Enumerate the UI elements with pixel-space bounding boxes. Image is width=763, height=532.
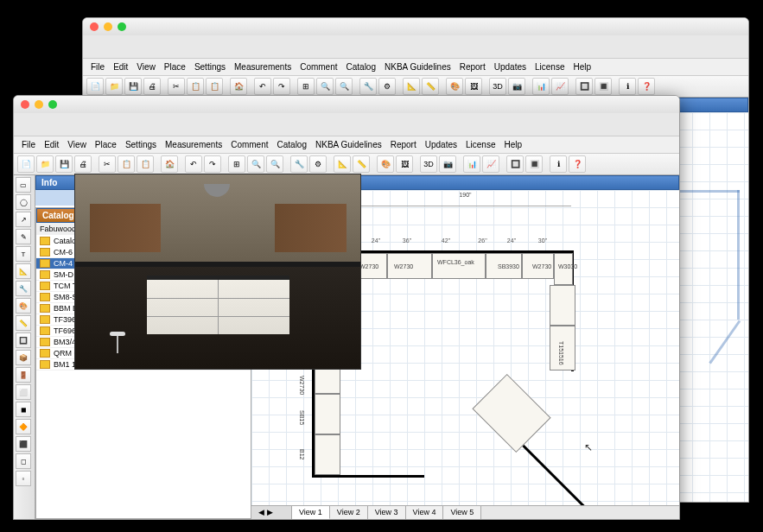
view-tab[interactable]: View 1 — [292, 506, 330, 519]
toolbar-btn-9[interactable]: 🏠 — [230, 78, 247, 95]
toolbar-btn-15[interactable]: 🔍 — [247, 155, 264, 173]
view-tab[interactable]: View 4 — [406, 506, 444, 519]
toolbar-btn-21[interactable]: 📐 — [334, 155, 351, 173]
tool-btn-14[interactable]: 🔶 — [16, 419, 31, 434]
menu-report[interactable]: Report — [388, 139, 419, 150]
toolbar-btn-30[interactable]: 📊 — [532, 78, 550, 95]
tool-btn-7[interactable]: 🎨 — [16, 298, 31, 314]
tool-btn-4[interactable]: T — [16, 246, 31, 262]
toolbar-btn-1[interactable]: 📁 — [36, 155, 54, 173]
toolbar-btn-3[interactable]: 🖨 — [143, 78, 161, 95]
tool-btn-10[interactable]: 📦 — [16, 350, 31, 365]
toolbar-btn-19[interactable]: ⚙ — [309, 155, 327, 173]
toolbar-btn-28[interactable]: 📷 — [439, 155, 456, 173]
menu-updates[interactable]: Updates — [492, 61, 529, 73]
toolbar-btn-14[interactable]: ⊞ — [297, 78, 315, 95]
toolbar-btn-24[interactable]: 🎨 — [446, 78, 463, 95]
toolbar-btn-0[interactable]: 📄 — [86, 78, 104, 95]
menu-settings[interactable]: Settings — [192, 61, 228, 73]
menu-comment[interactable]: Comment — [297, 61, 340, 73]
toolbar-btn-18[interactable]: 🔧 — [359, 78, 377, 95]
toolbar-btn-21[interactable]: 📐 — [403, 78, 420, 95]
toolbar-btn-33[interactable]: 🔲 — [575, 78, 593, 95]
toolbar-btn-7[interactable]: 📋 — [206, 78, 223, 95]
menu-edit[interactable]: Edit — [41, 139, 61, 150]
view-tab[interactable]: View 2 — [330, 506, 368, 519]
toolbar-btn-11[interactable]: ↶ — [254, 78, 271, 95]
tool-btn-8[interactable]: 📏 — [16, 315, 31, 331]
toolbar-btn-34[interactable]: 🔳 — [595, 78, 612, 95]
menu-settings[interactable]: Settings — [123, 139, 159, 150]
toolbar-btn-11[interactable]: ↶ — [185, 155, 202, 173]
toolbar-btn-7[interactable]: 📋 — [137, 155, 154, 173]
cabinet-sink[interactable] — [432, 253, 486, 279]
tool-btn-15[interactable]: ⬛ — [16, 436, 31, 452]
minimize-icon[interactable] — [35, 100, 43, 109]
toolbar-btn-5[interactable]: ✂ — [99, 155, 116, 173]
toolbar-btn-27[interactable]: 3D — [489, 78, 506, 95]
tool-btn-16[interactable]: ◻ — [16, 453, 31, 469]
menu-view[interactable]: View — [134, 61, 158, 73]
menu-report[interactable]: Report — [457, 61, 488, 73]
toolbar-btn-25[interactable]: 🖼 — [396, 155, 413, 173]
menu-place[interactable]: Place — [92, 139, 119, 150]
toolbar-btn-37[interactable]: ❓ — [569, 155, 586, 173]
menu-license[interactable]: License — [463, 139, 498, 150]
toolbar-btn-14[interactable]: ⊞ — [228, 155, 245, 173]
toolbar-btn-34[interactable]: 🔳 — [525, 155, 543, 173]
maximize-icon[interactable] — [48, 100, 57, 109]
menu-measurements[interactable]: Measurements — [232, 61, 294, 73]
tool-btn-9[interactable]: 🔲 — [16, 332, 31, 348]
toolbar-btn-31[interactable]: 📈 — [482, 155, 499, 173]
toolbar-btn-22[interactable]: 📏 — [422, 78, 439, 95]
toolbar-btn-2[interactable]: 💾 — [55, 155, 73, 173]
toolbar-btn-22[interactable]: 📏 — [353, 155, 370, 173]
minimize-icon[interactable] — [104, 22, 112, 31]
menu-measurements[interactable]: Measurements — [162, 139, 225, 150]
toolbar-btn-6[interactable]: 📋 — [118, 155, 135, 173]
tool-btn-5[interactable]: 📐 — [16, 263, 31, 279]
toolbar-btn-6[interactable]: 📋 — [187, 78, 204, 95]
toolbar-btn-5[interactable]: ✂ — [168, 78, 185, 95]
close-icon[interactable] — [90, 22, 99, 31]
tool-btn-13[interactable]: ◼ — [16, 402, 31, 417]
cabinet[interactable] — [315, 394, 340, 434]
toolbar-btn-24[interactable]: 🎨 — [377, 155, 394, 173]
menu-view[interactable]: View — [65, 139, 89, 150]
menu-catalog[interactable]: Catalog — [344, 61, 378, 73]
view-tab[interactable]: View 3 — [368, 506, 406, 519]
menu-file[interactable]: File — [88, 61, 107, 73]
tool-btn-17[interactable]: ▫ — [16, 471, 31, 486]
toolbar-btn-19[interactable]: ⚙ — [378, 78, 396, 95]
tool-btn-12[interactable]: ⬜ — [16, 384, 31, 400]
view-tab[interactable]: View 5 — [443, 506, 481, 519]
close-icon[interactable] — [21, 100, 29, 109]
cabinet-island[interactable] — [472, 374, 550, 453]
toolbar-btn-0[interactable]: 📄 — [17, 155, 35, 173]
toolbar-btn-37[interactable]: ❓ — [638, 78, 655, 95]
menu-nkba-guidelines[interactable]: NKBA Guidelines — [382, 61, 454, 73]
maximize-icon[interactable] — [118, 22, 126, 31]
toolbar-btn-9[interactable]: 🏠 — [161, 155, 178, 173]
toolbar-btn-16[interactable]: 🔍 — [266, 155, 283, 173]
toolbar-btn-36[interactable]: ℹ — [550, 155, 567, 173]
tool-btn-11[interactable]: 🚪 — [16, 367, 31, 383]
cabinet[interactable] — [315, 434, 340, 475]
toolbar-btn-36[interactable]: ℹ — [619, 78, 636, 95]
menu-catalog[interactable]: Catalog — [275, 139, 309, 150]
toolbar-btn-16[interactable]: 🔍 — [335, 78, 353, 95]
toolbar-btn-25[interactable]: 🖼 — [465, 78, 482, 95]
toolbar-btn-1[interactable]: 📁 — [105, 78, 123, 95]
menu-nkba-guidelines[interactable]: NKBA Guidelines — [313, 139, 385, 150]
toolbar-btn-2[interactable]: 💾 — [124, 78, 142, 95]
toolbar-btn-18[interactable]: 🔧 — [290, 155, 308, 173]
toolbar-btn-12[interactable]: ↷ — [273, 78, 290, 95]
tool-btn-0[interactable]: ▭ — [16, 177, 31, 193]
tool-btn-6[interactable]: 🔧 — [16, 281, 31, 296]
menu-file[interactable]: File — [19, 139, 38, 150]
tool-btn-1[interactable]: ◯ — [16, 194, 31, 210]
menu-updates[interactable]: Updates — [423, 139, 460, 150]
menu-license[interactable]: License — [532, 61, 567, 73]
menu-comment[interactable]: Comment — [228, 139, 270, 150]
toolbar-btn-33[interactable]: 🔲 — [506, 155, 524, 173]
